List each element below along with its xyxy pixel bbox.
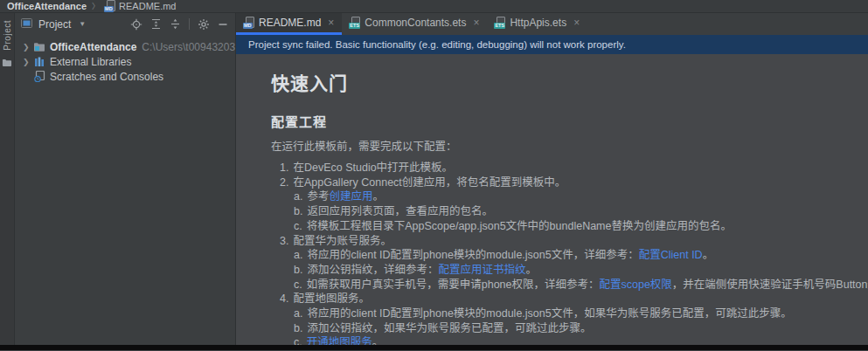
expand-chevron-icon[interactable]: ❯ <box>23 58 32 66</box>
md-heading-2: 配置工程 <box>271 114 851 129</box>
md-text: ，并在端侧使用快速验证手机号码Button进行 <box>672 279 868 291</box>
list-marker: b. <box>294 322 302 334</box>
md-link-scope[interactable]: 配置scope权限 <box>600 279 672 291</box>
md-text: 在DevEco Studio中打开此模板。 <box>293 162 453 174</box>
md-text: 。 <box>525 264 537 276</box>
md-link-[interactable]: 配置应用证书指纹 <box>438 264 525 276</box>
md-file-icon: MD <box>244 17 254 29</box>
ets-file-icon: ETS <box>350 17 360 29</box>
list-marker: 2. <box>280 176 288 189</box>
tab-close-icon[interactable]: × <box>328 18 334 27</box>
md-text: 配置地图服务。 <box>293 292 370 305</box>
sync-failed-banner: Project sync failed. Basic functionality… <box>236 35 868 54</box>
md-list-item-3: 3.配置华为账号服务。 <box>271 234 851 249</box>
scratches-icon <box>32 71 46 82</box>
tab-close-icon[interactable]: × <box>573 18 580 27</box>
breadcrumb: OfficeAttendance 〉 MD README.md <box>0 0 868 13</box>
tab-label: README.md <box>259 17 321 29</box>
tree-item-path: C:\Users\t00943203\Downloads\ <box>142 41 235 53</box>
list-marker: 4. <box>280 292 288 305</box>
settings-gear-icon[interactable] <box>198 18 210 31</box>
md-ordered-list: 1.在DevEco Studio中打开此模板。2.在AppGallery Con… <box>271 161 851 345</box>
breadcrumb-project[interactable]: OfficeAttendance <box>7 0 87 13</box>
md-text: 配置华为账号服务。 <box>293 235 392 247</box>
list-marker: c. <box>294 220 302 232</box>
md-list-item-2-a: a.参考创建应用。 <box>271 189 851 204</box>
markdown-preview: 快速入门 配置工程 在运行此模板前，需要完成以下配置： 1.在DevEco St… <box>236 54 868 345</box>
breadcrumb-separator-icon: 〉 <box>92 0 100 13</box>
list-marker: 3. <box>280 235 288 247</box>
toolbar-separator <box>189 18 190 30</box>
hide-panel-icon[interactable] <box>218 19 228 30</box>
project-tree: ❯OfficeAttendanceC:\Users\t00943203\Down… <box>15 35 235 84</box>
md-text: 返回应用列表页面，查看应用的包名。 <box>307 205 493 217</box>
md-list-item-3-a: a.将应用的client ID配置到phone模块的module.json5文件… <box>271 248 851 263</box>
md-list-item-2: 2.在AppGallery Connect创建应用，将包名配置到模板中。 <box>271 176 851 190</box>
md-list-item-4-a: a.将应用的client ID配置到phone模块的module.json5文件… <box>271 306 851 321</box>
expand-chevron-icon[interactable]: ❯ <box>23 43 32 52</box>
tree-item-external-libraries[interactable]: ❯External Libraries <box>15 54 235 69</box>
tree-item-label: OfficeAttendance <box>50 41 136 53</box>
md-link-client-id[interactable]: 配置Client ID <box>639 249 703 261</box>
md-text: 。 <box>372 336 384 345</box>
list-marker: c. <box>294 336 302 345</box>
project-view-icon <box>21 18 32 31</box>
md-text: 将应用的client ID配置到phone模块的module.json5文件，详… <box>307 249 638 261</box>
chevron-down-icon[interactable]: ▼ <box>79 20 86 28</box>
md-list-item-4-c: c.开通地图服务。 <box>271 335 851 345</box>
tree-item-officeattendance[interactable]: ❯OfficeAttendanceC:\Users\t00943203\Down… <box>15 39 235 54</box>
md-list-item-1: 1.在DevEco Studio中打开此模板。 <box>271 161 851 176</box>
list-marker: b. <box>294 264 302 276</box>
collapse-all-icon[interactable] <box>150 18 162 30</box>
project-panel: Project ▼ ❯Office <box>15 13 236 345</box>
project-stripe-button[interactable]: Project <box>3 20 12 51</box>
list-marker: b. <box>294 205 302 217</box>
md-text: 在AppGallery Connect创建应用，将包名配置到模板中。 <box>293 176 566 189</box>
list-marker: a. <box>294 249 302 261</box>
md-text: 将应用的client ID配置到phone模块的module.json5文件，如… <box>307 307 791 320</box>
md-list-item-4: 4.配置地图服务。 <box>271 292 851 306</box>
tree-item-scratches-and-consoles[interactable]: Scratches and Consoles <box>15 69 235 84</box>
list-marker: c. <box>294 279 302 291</box>
md-text: 添加公钥指纹，如果华为账号服务已配置，可跳过此步骤。 <box>307 322 591 334</box>
tab-label: CommonContants.ets <box>365 17 466 29</box>
md-text: 如需获取用户真实手机号，需要申请phone权限，详细参考： <box>307 279 600 291</box>
md-text: 。 <box>372 190 384 203</box>
editor-tab-bar: MDREADME.md×ETSCommonContants.ets×ETSHtt… <box>236 13 868 35</box>
md-list-item-4-b: b.添加公钥指纹，如果华为账号服务已配置，可跳过此步骤。 <box>271 321 851 336</box>
tree-item-label: External Libraries <box>50 56 131 68</box>
locate-file-icon[interactable] <box>130 18 142 31</box>
external-libraries-icon <box>32 57 46 67</box>
banner-text: Project sync failed. Basic functionality… <box>248 39 626 50</box>
editor-tab-httpapis-ets[interactable]: ETSHttpApis.ets× <box>487 13 587 35</box>
editor-tab-readme-md[interactable]: MDREADME.md× <box>236 13 342 35</box>
md-list-item-3-b: b.添加公钥指纹，详细参考：配置应用证书指纹。 <box>271 263 851 278</box>
folder-icon[interactable] <box>2 56 12 72</box>
editor-tab-commoncontants-ets[interactable]: ETSCommonContants.ets× <box>342 13 487 35</box>
md-link-[interactable]: 创建应用 <box>329 190 372 203</box>
breadcrumb-file[interactable]: MD README.md <box>105 0 176 13</box>
tool-window-stripe: Project <box>0 13 15 345</box>
md-file-icon: MD <box>105 0 115 12</box>
md-link-[interactable]: 开通地图服务 <box>307 336 372 345</box>
editor-area: MDREADME.md×ETSCommonContants.ets×ETSHtt… <box>236 13 868 345</box>
md-text: 将模板工程根目录下AppScope/app.json5文件中的bundleNam… <box>307 220 732 232</box>
project-panel-title[interactable]: Project <box>38 18 71 31</box>
tab-label: HttpApis.ets <box>510 17 566 29</box>
list-marker: a. <box>294 190 302 203</box>
md-list-item-3-c: c.如需获取用户真实手机号，需要申请phone权限，详细参考：配置scope权限… <box>271 278 851 292</box>
ets-file-icon: ETS <box>495 17 505 29</box>
list-marker: 1. <box>280 162 288 174</box>
project-panel-header: Project ▼ <box>15 13 235 35</box>
md-text: 参考 <box>307 190 329 203</box>
expand-all-icon[interactable] <box>170 18 181 30</box>
md-text: 添加公钥指纹，详细参考： <box>307 264 438 276</box>
md-list-item-2-c: c.将模板工程根目录下AppScope/app.json5文件中的bundleN… <box>271 219 851 234</box>
md-text: 。 <box>703 249 714 261</box>
project-folder-icon <box>32 42 46 52</box>
md-heading-1: 快速入门 <box>271 72 851 95</box>
tab-close-icon[interactable]: × <box>473 18 479 27</box>
md-intro-paragraph: 在运行此模板前，需要完成以下配置： <box>271 140 851 154</box>
list-marker: a. <box>294 307 302 320</box>
md-list-item-2-b: b.返回应用列表页面，查看应用的包名。 <box>271 204 851 219</box>
